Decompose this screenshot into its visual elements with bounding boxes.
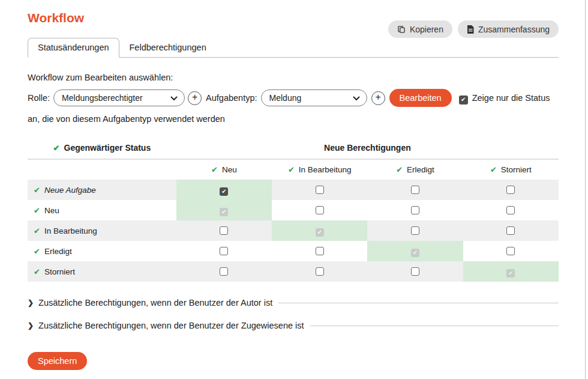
table-row: ✔Erledigt — [28, 241, 559, 261]
matrix-cell — [367, 220, 463, 241]
transition-checkbox-neu-to-storniert[interactable] — [506, 206, 515, 214]
transition-checkbox-neu-to-erledigt[interactable] — [411, 206, 419, 214]
workflow-matrix-table: ✔Gegenwärtiger Status Neue Berechtigunge… — [28, 143, 559, 282]
matrix-cell — [367, 241, 463, 261]
add-tracker-button[interactable]: + — [371, 91, 385, 105]
chevron-right-icon: ❯ — [28, 321, 34, 330]
column-header-neu: ✔Neu — [176, 159, 272, 180]
role-select[interactable]: Meldungsberechtigter — [53, 89, 185, 106]
transition-checkbox-in-bearbeitung-to-neu[interactable] — [220, 226, 228, 235]
status-check-icon: ✔ — [288, 165, 295, 174]
tab-feldberechtigungen[interactable]: Feldberechtigungen — [119, 38, 217, 58]
author-permissions-toggle[interactable]: ❯ Zusätzliche Berechtigungen, wenn der B… — [28, 298, 559, 308]
transition-checkbox-erledigt-to-storniert[interactable] — [506, 247, 515, 255]
add-role-button[interactable]: + — [188, 91, 202, 105]
transition-checkbox-storniert-to-neu[interactable] — [220, 267, 228, 276]
new-permissions-header: Neue Berechtigungen — [176, 143, 559, 159]
matrix-cell — [176, 180, 272, 200]
assignee-permissions-toggle[interactable]: ❯ Zusätzliche Berechtigungen, wenn der B… — [28, 321, 559, 330]
transition-checkbox-storniert-to-storniert — [506, 269, 515, 277]
table-row: ✔Storniert — [28, 261, 559, 282]
status-check-icon: ✔ — [34, 267, 40, 276]
chevron-right-icon: ❯ — [28, 299, 34, 307]
tab-bar: Statusänderungen Feldberechtigungen — [28, 38, 559, 58]
transition-checkbox-erledigt-to-in-bearbeitung[interactable] — [316, 247, 324, 255]
tab-statusaenderungen[interactable]: Statusänderungen — [28, 38, 119, 58]
tracker-select[interactable]: Meldung — [261, 89, 367, 106]
edit-button[interactable]: Bearbeiten — [389, 89, 452, 107]
summary-button[interactable]: Zusammenfassung — [458, 20, 559, 38]
save-button[interactable]: Speichern — [28, 352, 87, 370]
transition-checkbox-neue-aufgabe-to-neu[interactable] — [220, 187, 228, 196]
chevron-down-icon — [353, 88, 360, 108]
row-status-erledigt: ✔Erledigt — [28, 241, 176, 261]
role-select-value: Meldungsberechtigter — [62, 88, 143, 108]
transition-checkbox-neu-to-in-bearbeitung[interactable] — [316, 206, 324, 214]
chevron-down-icon — [170, 88, 178, 108]
transition-checkbox-in-bearbeitung-to-erledigt[interactable] — [411, 226, 419, 235]
tracker-select-value: Meldung — [269, 88, 302, 108]
matrix-cell — [176, 200, 272, 220]
status-check-icon: ✔ — [34, 186, 40, 195]
window-right-edge — [585, 0, 586, 379]
matrix-cell — [463, 220, 559, 241]
matrix-cell — [367, 200, 463, 220]
summary-button-label: Zusammenfassung — [478, 25, 550, 34]
matrix-cell — [367, 180, 463, 200]
copy-icon — [397, 25, 406, 34]
workflow-controls: Rolle:Meldungsberechtigter+Aufgabentyp:M… — [28, 87, 559, 129]
column-header-in-bearbeitung: ✔In Bearbeitung — [272, 159, 367, 180]
transition-checkbox-storniert-to-in-bearbeitung[interactable] — [316, 267, 324, 276]
matrix-cell — [463, 200, 559, 220]
transition-checkbox-erledigt-to-erledigt — [411, 249, 419, 257]
transition-checkbox-neue-aufgabe-to-erledigt[interactable] — [411, 186, 419, 194]
matrix-cell — [272, 261, 367, 282]
status-check-icon: ✔ — [34, 247, 40, 256]
transition-checkbox-in-bearbeitung-to-in-bearbeitung — [316, 228, 324, 237]
status-check-icon: ✔ — [396, 165, 403, 174]
table-row: ✔Neu — [28, 200, 559, 220]
transition-checkbox-neu-to-neu — [220, 208, 228, 216]
status-check-icon: ✔ — [34, 226, 40, 235]
matrix-cell — [272, 180, 367, 200]
matrix-group-header-row: ✔Gegenwärtiger Status Neue Berechtigunge… — [28, 143, 559, 159]
matrix-cell — [463, 261, 559, 282]
header-actions: Kopieren Zusammenfassung — [388, 20, 559, 38]
transition-checkbox-neue-aufgabe-to-storniert[interactable] — [506, 186, 515, 194]
row-status-neue-aufgabe: ✔Neue Aufgabe — [28, 180, 176, 200]
row-status-neu: ✔Neu — [28, 200, 176, 220]
transition-checkbox-erledigt-to-neu[interactable] — [220, 247, 228, 255]
assignee-permissions-label: Zusätzliche Berechtigungen, wenn der Ben… — [38, 321, 304, 330]
matrix-cell — [463, 180, 559, 200]
transition-checkbox-storniert-to-erledigt[interactable] — [411, 267, 419, 276]
status-check-icon: ✔ — [53, 144, 60, 153]
status-check-icon: ✔ — [490, 165, 497, 174]
matrix-column-header-row: ✔Neu✔In Bearbeitung✔Erledigt✔Storniert — [28, 159, 559, 180]
matrix-cell — [463, 241, 559, 261]
matrix-cell — [272, 200, 367, 220]
status-check-icon: ✔ — [211, 165, 218, 174]
document-icon — [467, 25, 474, 34]
tracker-label: Aufgabentyp: — [206, 93, 257, 103]
filter-status-checkbox[interactable] — [459, 96, 468, 105]
row-status-in-bearbeitung: ✔In Bearbeitung — [28, 220, 176, 241]
column-header-storniert: ✔Storniert — [463, 159, 559, 180]
copy-button-label: Kopieren — [410, 25, 443, 34]
matrix-cell — [176, 220, 272, 241]
workflow-select-intro: Workflow zum Bearbeiten auswählen: — [28, 73, 559, 82]
transition-checkbox-in-bearbeitung-to-storniert[interactable] — [506, 226, 515, 235]
column-header-erledigt: ✔Erledigt — [367, 159, 463, 180]
status-check-icon: ✔ — [34, 206, 40, 215]
copy-button[interactable]: Kopieren — [388, 20, 452, 38]
empty-header-cell — [28, 159, 176, 180]
matrix-cell — [176, 241, 272, 261]
table-row: ✔Neue Aufgabe — [28, 180, 559, 200]
matrix-cell — [272, 220, 367, 241]
current-status-header: ✔Gegenwärtiger Status — [28, 143, 176, 159]
section-divider — [278, 303, 559, 303]
transition-checkbox-neue-aufgabe-to-in-bearbeitung[interactable] — [316, 186, 324, 194]
role-label: Rolle: — [28, 93, 50, 103]
matrix-cell — [176, 261, 272, 282]
section-divider — [310, 326, 559, 326]
matrix-cell — [272, 241, 367, 261]
